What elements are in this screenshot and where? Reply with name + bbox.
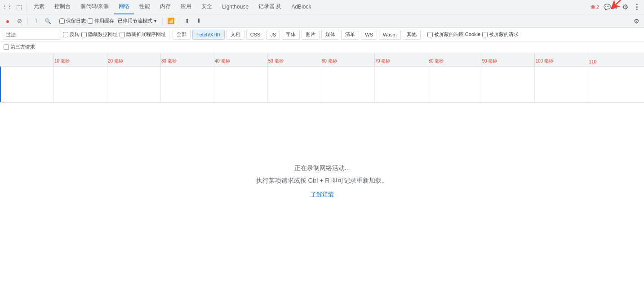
sep-5 [179, 17, 179, 25]
tick-label: 20 毫秒 [107, 58, 123, 64]
disable-cache-checkbox[interactable]: 停用缓存 [88, 18, 114, 24]
reverse-checkbox[interactable]: 反转 [63, 31, 80, 38]
third-row: 第三方请求 [0, 41, 644, 53]
hide-data-url-input[interactable] [81, 32, 87, 37]
tab-adblock[interactable]: AdBlock [287, 0, 315, 14]
tick-line [214, 53, 214, 66]
second-toolbar: ● ⊘ ⊺ 🔍 保留日志 停用缓存 已停用节流模式 ▼ 📶 ⬆ ⬇ ⚙ [0, 14, 644, 28]
recording-text: 正在录制网络活动... [294, 164, 350, 172]
tick-line [267, 53, 268, 66]
timeline-grid-line [267, 67, 268, 102]
tab-elements[interactable]: 元素 [29, 0, 49, 14]
devtools-icon-2[interactable]: ⬚ [13, 2, 24, 13]
tick-label: 50 毫秒 [267, 58, 284, 64]
timeline-grid-line [481, 67, 481, 102]
sep-7 [424, 31, 424, 39]
sep-3 [56, 17, 56, 25]
settings-icon-sm[interactable]: ⚙ [631, 16, 641, 26]
filter-btn-img[interactable]: 图片 [302, 30, 320, 40]
wifi-icon-btn[interactable]: 📶 [166, 16, 176, 26]
record-button[interactable]: ● [3, 16, 13, 26]
filter-btn-fetch[interactable]: Fetch/XHR [192, 30, 225, 40]
tick-label: 30 毫秒 [160, 58, 177, 64]
error-icon: ⊗ [591, 4, 595, 10]
clear-button[interactable]: ⊘ [14, 16, 24, 26]
filter-btn-wasm[interactable]: Wasm [379, 30, 401, 40]
info-icon: 💬 [604, 4, 611, 10]
tick-label: 100 毫秒 [534, 58, 553, 64]
sep-4 [162, 17, 163, 25]
timeline-grid-line [107, 67, 107, 102]
info-count: 18 [612, 4, 617, 10]
tick-line [53, 53, 54, 66]
tab-security[interactable]: 安全 [197, 0, 217, 14]
blocked-request-input[interactable] [482, 32, 488, 37]
hide-ext-url-input[interactable] [120, 32, 125, 37]
hide-data-url-label: 隐藏数据网址 [88, 31, 118, 38]
timeline-grid-line [588, 67, 588, 102]
tick-line [321, 53, 321, 66]
throttle-label: 已停用节流模式 [118, 18, 152, 24]
filter-btn-media[interactable]: 媒体 [321, 30, 339, 40]
main-content: 正在录制网络活动... 执行某项请求或按 Ctrl + R 即可记录重新加载。 … [0, 103, 644, 260]
search-icon-btn[interactable]: 🔍 [43, 16, 53, 26]
tab-performance[interactable]: 性能 [135, 0, 155, 14]
third-party-checkbox[interactable]: 第三方请求 [4, 44, 35, 50]
filter-btn-font[interactable]: 字体 [282, 30, 300, 40]
filter-input[interactable] [3, 30, 61, 40]
disable-cache-input[interactable] [88, 18, 93, 24]
tick-label: 60 毫秒 [321, 58, 337, 64]
keep-log-label: 保留日志 [66, 18, 86, 24]
tab-console[interactable]: 控制台 [50, 0, 75, 14]
filter-btn-doc[interactable]: 文档 [227, 30, 244, 40]
tick-line [588, 53, 588, 66]
filter-btn-js[interactable]: JS [266, 30, 280, 40]
keep-log-input[interactable] [59, 18, 65, 24]
tab-network[interactable]: 网络 [114, 0, 134, 14]
third-party-input[interactable] [4, 45, 9, 50]
reverse-input[interactable] [63, 32, 68, 37]
timeline-tick: 40 毫秒 [214, 53, 230, 66]
tick-label: 40 毫秒 [214, 58, 230, 64]
learn-more-link[interactable]: 了解详情 [311, 190, 334, 198]
tab-memory[interactable]: 内存 [155, 0, 175, 14]
filter-btn-all[interactable]: 全部 [173, 30, 191, 40]
tab-recorder[interactable]: 记录器 及 [254, 0, 286, 14]
timeline-grid-line [321, 67, 321, 102]
tick-line [428, 53, 428, 66]
filter-icon-btn[interactable]: ⊺ [31, 16, 41, 26]
filter-btn-ws[interactable]: WS [361, 30, 377, 40]
more-button[interactable]: ⋮ [631, 2, 642, 13]
tick-line [374, 53, 375, 66]
blocked-request-checkbox[interactable]: 被屏蔽的请求 [482, 31, 519, 38]
tab-application[interactable]: 应用 [176, 0, 196, 14]
timeline-tick: 70 毫秒 [374, 53, 391, 66]
filter-btn-manifest[interactable]: 清单 [341, 30, 359, 40]
instruction-text: 执行某项请求或按 Ctrl + R 即可记录重新加载。 [256, 177, 388, 185]
hide-data-url-checkbox[interactable]: 隐藏数据网址 [81, 31, 118, 38]
timeline-tick: 20 毫秒 [107, 53, 123, 66]
filter-btn-other[interactable]: 其他 [403, 30, 421, 40]
tab-lighthouse[interactable]: Lighthouse [218, 0, 253, 14]
tab-sources[interactable]: 源代码/来源 [76, 0, 113, 14]
settings-button[interactable]: ⚙ [620, 2, 631, 13]
timeline-grid-line [428, 67, 428, 102]
timeline-tick: 30 毫秒 [160, 53, 177, 66]
info-badge[interactable]: 💬 18 [602, 3, 619, 11]
keep-log-checkbox[interactable]: 保留日志 [59, 18, 86, 24]
sep-6 [169, 31, 169, 39]
tick-label: 90 毫秒 [481, 58, 497, 64]
download-button[interactable]: ⬇ [194, 16, 204, 26]
sep-2 [27, 17, 28, 25]
devtools-icon-1[interactable]: ⋮⋮ [2, 2, 13, 13]
blocked-cookie-input[interactable] [427, 32, 433, 37]
hide-ext-url-checkbox[interactable]: 隐藏扩展程序网址 [120, 31, 166, 38]
blocked-request-label: 被屏蔽的请求 [489, 31, 519, 38]
timeline-grid-line [214, 67, 214, 102]
blocked-cookie-checkbox[interactable]: 被屏蔽的响应 Cookie [427, 31, 480, 38]
upload-button[interactable]: ⬆ [182, 16, 192, 26]
throttle-dropdown[interactable]: 已停用节流模式 ▼ [116, 17, 159, 25]
filter-btn-css[interactable]: CSS [246, 30, 265, 40]
top-toolbar: ⋮⋮ ⬚ 元素 控制台 源代码/来源 网络 性能 内存 应用 安全 Lighth… [0, 0, 644, 14]
error-badge[interactable]: ⊗ 2 [589, 3, 601, 11]
